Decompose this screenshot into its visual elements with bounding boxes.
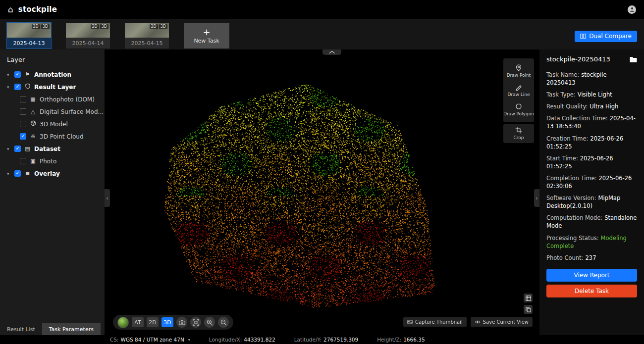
- field-label: Data Collection Time:: [546, 115, 608, 122]
- layer-group-overlay[interactable]: ▾ ≡ Overlay: [0, 167, 105, 180]
- tab-task-parameters[interactable]: Task Parameters: [42, 323, 101, 335]
- capture-thumbnail-button[interactable]: Capture Thumbnail: [403, 317, 467, 327]
- checkbox-3d-model[interactable]: [20, 121, 26, 127]
- layer-tree: ▾ ⚑ Annotation ▾ Result Layer ▦ Orthopho…: [0, 68, 105, 180]
- frame-capture-button[interactable]: [190, 317, 201, 328]
- longitude-label: Longitude/X:: [209, 337, 242, 343]
- chevron-down-icon[interactable]: ▾: [7, 72, 11, 77]
- layer-item-3d-point-cloud[interactable]: ※ 3D Point Cloud: [0, 130, 105, 143]
- map-image-icon: ▦: [29, 96, 37, 102]
- home-icon[interactable]: ⌂: [8, 5, 13, 14]
- checkbox-dataset[interactable]: [14, 146, 21, 152]
- crop-panel: Crop: [503, 124, 534, 143]
- field-label: Computation Mode:: [546, 214, 602, 221]
- layer-group-annotation[interactable]: ▾ ⚑ Annotation: [0, 68, 105, 81]
- field-label: Software Version:: [546, 195, 596, 201]
- height-value: 1666.35: [403, 337, 425, 343]
- chevron-down-icon[interactable]: ▾: [7, 85, 11, 90]
- crop-icon: [515, 127, 522, 134]
- layer-label: Orthophoto (DOM): [40, 96, 95, 103]
- view-report-button[interactable]: View Report: [546, 269, 637, 282]
- dataset-icon: ▤: [24, 146, 31, 152]
- task-fields: Task Name:stockpile-20250413 Task Type:V…: [546, 71, 637, 266]
- height-label: Height/Z:: [377, 337, 401, 343]
- field-computation-mode: Computation Mode:Standalone Mode: [546, 214, 637, 230]
- task-thumbnail-image: 2D 3D: [125, 23, 169, 38]
- minimap-thumbnail[interactable]: [117, 317, 129, 328]
- layer-label: Annotation: [34, 71, 71, 78]
- task-date: 2025-04-15: [125, 38, 169, 49]
- layer-label: Digital Surface Mod...: [40, 108, 104, 115]
- checkbox-photo[interactable]: [20, 158, 26, 164]
- main-content: Layer ▾ ⚑ Annotation ▾ Result Layer ▦ Or…: [0, 49, 644, 335]
- task-card-2025-04-13[interactable]: 2D 3D 2025-04-13: [7, 23, 51, 49]
- tab-result-list[interactable]: Result List: [0, 323, 42, 335]
- task-details-title: stockpile-20250413: [546, 55, 610, 63]
- new-task-button[interactable]: + New Task: [184, 23, 229, 49]
- dual-compare-button[interactable]: Dual Compare: [575, 31, 637, 42]
- layer-label: Photo: [40, 158, 56, 165]
- layer-item-photo[interactable]: ▣ Photo: [0, 155, 105, 167]
- top-bar: ⌂ stockpile: [0, 0, 644, 19]
- new-task-label: New Task: [194, 38, 219, 44]
- checkbox-result-layer[interactable]: [14, 84, 21, 90]
- field-label: Completion Time:: [546, 175, 597, 182]
- layer-group-result-layer[interactable]: ▾ Result Layer: [0, 81, 105, 93]
- save-current-view-button[interactable]: Save Current View: [471, 317, 533, 327]
- folder-icon[interactable]: [630, 56, 637, 62]
- task-card-2025-04-15[interactable]: 2D 3D 2025-04-15: [125, 23, 169, 49]
- collapse-right-button[interactable]: ›: [534, 189, 539, 207]
- cs-value: WGS 84 / UTM zone 47N: [121, 337, 184, 343]
- basemap-widget-button[interactable]: [524, 294, 533, 302]
- draw-tools-panel: Draw Point Draw Line Draw Polygon: [503, 58, 534, 122]
- copy-view-widget-button[interactable]: [524, 305, 533, 314]
- field-creation-time: Creation Time:2025-06-26 01:52:25: [546, 135, 637, 150]
- draw-point-button[interactable]: Draw Point: [503, 61, 534, 81]
- mode-at-button[interactable]: AT: [132, 317, 144, 327]
- layer-label: Dataset: [34, 146, 60, 152]
- point-cloud-viewer[interactable]: ‹ › Draw Point Draw Line Draw Polygon Cr…: [105, 49, 539, 335]
- field-processing-status: Processing Status:Modeling Complete: [546, 234, 637, 250]
- layer-item-dsm[interactable]: △ Digital Surface Mod...: [0, 105, 105, 118]
- layer-item-3d-model[interactable]: 3D Model: [0, 118, 105, 130]
- user-avatar[interactable]: [628, 5, 636, 14]
- coordinate-system-select[interactable]: CS: WGS 84 / UTM zone 47N ▾: [110, 337, 190, 343]
- draw-polygon-button[interactable]: Draw Polygon: [503, 100, 534, 119]
- zoom-out-button[interactable]: [218, 317, 229, 328]
- copy-icon: [526, 307, 531, 312]
- layer-item-orthophoto[interactable]: ▦ Orthophoto (DOM): [0, 93, 105, 105]
- collapse-left-button[interactable]: ‹: [105, 189, 110, 207]
- camera-button[interactable]: [176, 317, 187, 328]
- delete-task-button[interactable]: Delete Task: [546, 285, 637, 297]
- layer-label: 3D Model: [40, 121, 68, 128]
- task-card-2025-04-14[interactable]: 2D 3D 2025-04-14: [66, 23, 110, 49]
- checkbox-orthophoto[interactable]: [20, 96, 26, 102]
- shield-icon: [24, 83, 31, 91]
- checkbox-dsm[interactable]: [20, 108, 26, 115]
- mode-2d-button[interactable]: 2D: [147, 317, 159, 327]
- checkbox-annotation[interactable]: [14, 71, 21, 78]
- sidebar-bottom-tabs: Result List Task Parameters: [0, 323, 105, 335]
- mode-3d-button[interactable]: 3D: [161, 317, 173, 327]
- chevron-down-icon[interactable]: ▾: [7, 147, 11, 151]
- plus-icon: +: [203, 28, 210, 37]
- collapse-top-button[interactable]: [322, 49, 341, 55]
- task-date: 2025-04-13: [7, 38, 51, 49]
- field-label: Start Time:: [546, 155, 578, 162]
- task-thumbnail-image: 2D 3D: [7, 23, 51, 38]
- field-label: Processing Status:: [546, 235, 599, 242]
- chevron-down-icon[interactable]: ▾: [7, 171, 11, 176]
- task-date: 2025-04-14: [66, 38, 110, 49]
- point-cloud-canvas[interactable]: [105, 49, 539, 335]
- latitude-label: Latitude/Y:: [294, 337, 322, 343]
- layer-group-dataset[interactable]: ▾ ▤ Dataset: [0, 143, 105, 155]
- crop-button[interactable]: Crop: [503, 124, 534, 143]
- badge-3d: 3D: [100, 24, 108, 29]
- field-value: Ultra High: [590, 103, 618, 110]
- checkbox-3d-point-cloud[interactable]: [20, 133, 26, 140]
- view-actions: Capture Thumbnail Save Current View: [403, 317, 533, 327]
- zoom-in-button[interactable]: [204, 317, 215, 328]
- checkbox-overlay[interactable]: [14, 170, 21, 177]
- draw-line-button[interactable]: Draw Line: [503, 81, 534, 100]
- badge-3d: 3D: [159, 24, 167, 29]
